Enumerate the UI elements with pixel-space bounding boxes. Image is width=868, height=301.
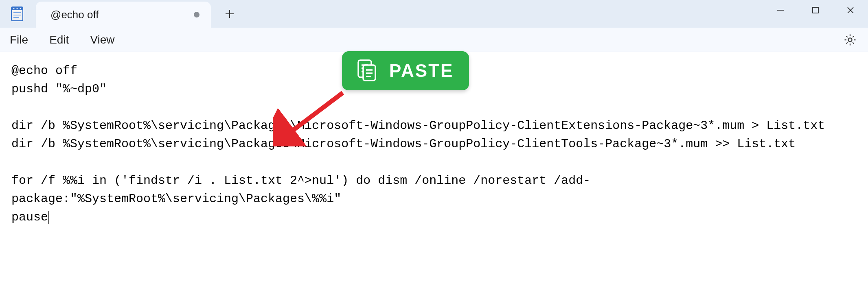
svg-point-2 (13, 8, 15, 9)
menu-edit[interactable]: Edit (49, 33, 69, 46)
svg-rect-11 (813, 7, 818, 13)
text-cursor (48, 211, 49, 224)
maximize-button[interactable] (798, 0, 833, 20)
menu-view[interactable]: View (90, 33, 114, 46)
unsaved-indicator-icon (194, 12, 199, 17)
minimize-button[interactable] (763, 0, 798, 20)
svg-point-4 (20, 8, 21, 9)
new-tab-button[interactable] (218, 2, 241, 25)
settings-button[interactable] (842, 32, 858, 48)
menu-bar: File Edit View (0, 28, 868, 52)
tab-title: @echo off (50, 9, 186, 21)
svg-point-14 (848, 38, 852, 41)
svg-point-3 (17, 8, 18, 9)
menu-file[interactable]: File (10, 33, 28, 46)
paste-annotation-badge: PASTE (342, 51, 469, 90)
notepad-app-icon (9, 6, 25, 22)
document-tab[interactable]: @echo off (36, 2, 211, 28)
paste-badge-label: PASTE (389, 61, 454, 81)
close-button[interactable] (833, 0, 868, 20)
window-controls (763, 0, 868, 20)
title-bar: @echo off (0, 0, 868, 28)
clipboard-paste-icon (353, 57, 379, 85)
